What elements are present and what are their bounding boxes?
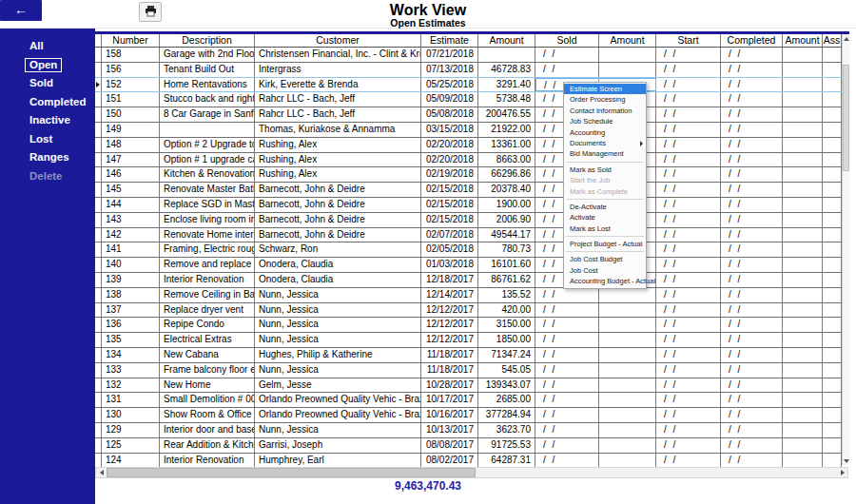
row-selector[interactable] (95, 48, 102, 62)
cell-estimate[interactable]: 02/05/2018 (421, 242, 478, 257)
cell-amount[interactable]: 71347.24 (478, 348, 535, 362)
cell-completed[interactable]: / / (721, 153, 783, 167)
cell-start[interactable]: / / (656, 288, 721, 302)
cell-start[interactable]: / / (656, 213, 721, 227)
cell-amount3[interactable] (783, 107, 823, 122)
cell-customer[interactable]: Rahcr LLC - Bach, Jeff (255, 92, 421, 107)
row-selector[interactable] (95, 348, 102, 362)
col-header-sold[interactable]: Sold (535, 34, 599, 47)
cell-description[interactable]: Renovate Home interior (160, 228, 255, 242)
cell-ass[interactable] (823, 454, 842, 468)
cell-amount3[interactable] (783, 167, 823, 182)
cell-estimate[interactable]: 03/15/2018 (421, 123, 478, 137)
cell-start[interactable]: / / (656, 423, 721, 437)
cell-start[interactable]: / / (656, 348, 721, 362)
menu-item-project-budget-actual[interactable]: Project Budget - Actual (564, 239, 646, 249)
cell-estimate[interactable]: 02/07/2018 (421, 228, 478, 242)
cell-amount3[interactable] (783, 48, 823, 62)
row-selector[interactable] (95, 318, 102, 332)
cell-description[interactable]: Rear Addition & Kitchen (160, 438, 255, 453)
cell-number[interactable]: 150 (102, 107, 160, 122)
cell-customer[interactable]: Nunn, Jessica (255, 318, 421, 332)
col-header-customer[interactable]: Customer (255, 34, 421, 47)
row-selector[interactable] (95, 107, 102, 122)
cell-ass[interactable] (823, 183, 842, 197)
cell-amount3[interactable] (783, 138, 823, 152)
cell-customer[interactable]: Humphrey, Earl (255, 454, 421, 468)
cell-ass[interactable] (823, 318, 842, 332)
cell-amount[interactable]: 545.05 (478, 363, 535, 378)
cell-completed[interactable]: / / (721, 228, 783, 242)
cell-amount[interactable]: 16101.60 (478, 258, 535, 272)
cell-completed[interactable]: / / (721, 213, 783, 227)
cell-sold[interactable]: / / (535, 348, 599, 362)
table-row[interactable]: 149Thomas, Kuriakose & Annamma03/15/2018… (95, 123, 842, 138)
cell-number[interactable]: 158 (102, 48, 160, 62)
cell-customer[interactable]: Nunn, Jessica (255, 303, 421, 318)
cell-amount3[interactable] (783, 183, 823, 197)
cell-number[interactable]: 141 (102, 242, 160, 257)
cell-customer[interactable]: Onodera, Claudia (255, 273, 421, 287)
cell-ass[interactable] (823, 393, 842, 407)
cell-sold[interactable]: / / (535, 303, 599, 318)
scroll-right-arrow-icon[interactable] (837, 468, 847, 477)
cell-description[interactable]: Option # 1 upgrade cabin (160, 153, 255, 167)
cell-start[interactable]: / / (656, 123, 721, 137)
cell-completed[interactable]: / / (721, 123, 783, 137)
back-button[interactable]: ← (0, 0, 42, 21)
cell-customer[interactable]: Schwarz, Ron (255, 242, 421, 257)
cell-customer[interactable]: Nunn, Jessica (255, 423, 421, 437)
cell-description[interactable]: Show Room & Office Re (160, 408, 255, 422)
scroll-up-arrow-icon[interactable] (843, 34, 849, 43)
cell-amount[interactable]: 200476.55 (478, 107, 535, 122)
cell-start[interactable]: / / (656, 258, 721, 272)
cell-description[interactable]: Stucco back and right sid (160, 92, 255, 107)
cell-estimate[interactable]: 12/14/2017 (421, 288, 478, 302)
table-row[interactable]: 125Rear Addition & KitchenGarrisi, Josep… (95, 438, 842, 454)
cell-ass[interactable] (823, 242, 842, 257)
cell-completed[interactable]: / / (721, 423, 783, 437)
cell-completed[interactable]: / / (721, 438, 783, 453)
menu-item-mark-as-sold[interactable]: Mark as Sold (564, 165, 646, 175)
cell-start[interactable]: / / (656, 63, 721, 77)
table-row[interactable]: 133Frame balcony floor exteNunn, Jessica… (95, 363, 842, 378)
cell-estimate[interactable]: 10/28/2017 (421, 378, 478, 393)
cell-amount[interactable]: 1850.00 (478, 333, 535, 347)
cell-description[interactable]: Interior Renovation (160, 273, 255, 287)
sidebar-item-completed[interactable]: Completed (0, 93, 95, 112)
cell-number[interactable]: 138 (102, 288, 160, 302)
table-row[interactable]: 132New HomeGelm, Jesse10/28/2017139343.0… (95, 378, 842, 394)
cell-sold[interactable]: / / (535, 454, 599, 468)
cell-estimate[interactable]: 08/08/2017 (421, 438, 478, 453)
row-selector[interactable] (95, 138, 102, 152)
cell-customer[interactable]: Intergrass (255, 63, 421, 77)
cell-customer[interactable]: Christensen Financial, Inc. - Clint & Kr… (255, 48, 421, 62)
cell-completed[interactable]: / / (721, 138, 783, 152)
cell-description[interactable]: Remove and replace driv (160, 258, 255, 272)
cell-completed[interactable]: / / (721, 408, 783, 422)
cell-completed[interactable]: / / (721, 78, 783, 92)
row-selector[interactable] (95, 153, 102, 167)
cell-estimate[interactable]: 12/18/2017 (421, 273, 478, 287)
cell-description[interactable]: Tenant Build Out (160, 63, 255, 77)
sidebar-item-lost[interactable]: Lost (0, 130, 95, 149)
cell-start[interactable]: / / (656, 363, 721, 378)
table-row[interactable]: 134New CabanaHughes, Philip & Katherine1… (95, 348, 842, 363)
cell-start[interactable]: / / (656, 92, 721, 107)
cell-sold[interactable]: / / (535, 393, 599, 407)
cell-customer[interactable]: Gelm, Jesse (255, 378, 421, 393)
cell-ass[interactable] (823, 363, 842, 378)
cell-start[interactable]: / / (656, 303, 721, 318)
cell-amount3[interactable] (783, 423, 823, 437)
cell-amount2[interactable] (599, 63, 656, 77)
menu-item-contact-information[interactable]: Contact Information (564, 106, 646, 116)
cell-start[interactable]: / / (656, 183, 721, 197)
cell-amount[interactable]: 420.00 (478, 303, 535, 318)
cell-description[interactable]: Interior door and base & (160, 423, 255, 437)
row-selector[interactable] (95, 63, 102, 77)
sidebar-item-sold[interactable]: Sold (0, 74, 95, 93)
cell-customer[interactable]: Garrisi, Joseph (255, 438, 421, 453)
cell-number[interactable]: 129 (102, 423, 160, 437)
cell-estimate[interactable]: 02/20/2018 (421, 138, 478, 152)
cell-number[interactable]: 133 (102, 363, 160, 378)
